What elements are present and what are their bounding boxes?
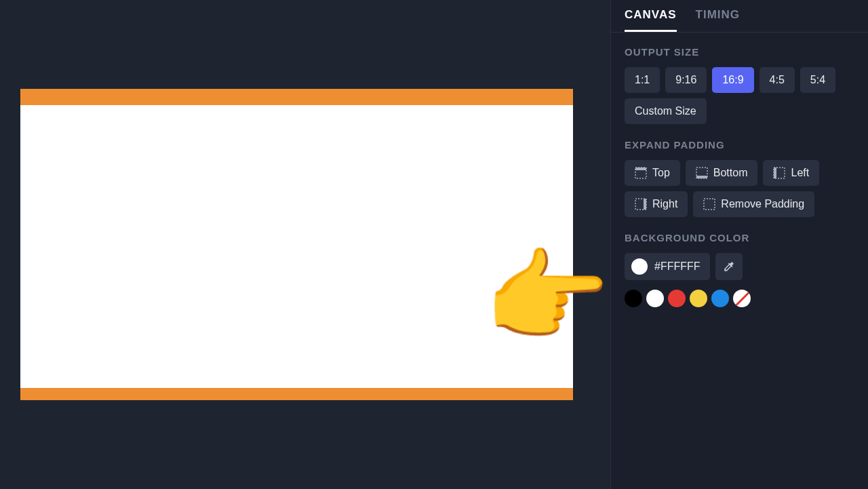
svg-rect-8 xyxy=(704,199,715,210)
swatch-blue[interactable] xyxy=(711,290,729,307)
eyedropper-icon xyxy=(723,260,735,273)
pad-right-label: Right xyxy=(652,198,677,210)
label-background-color: BACKGROUND COLOR xyxy=(625,232,854,243)
pad-bottom-label: Bottom xyxy=(713,167,748,179)
pad-left-label: Left xyxy=(791,167,809,179)
swatch-red[interactable] xyxy=(668,290,686,307)
bg-color-chip[interactable]: #FFFFFF xyxy=(625,253,710,280)
eyedropper-button[interactable] xyxy=(715,253,743,280)
svg-rect-7 xyxy=(644,199,646,210)
tab-canvas[interactable]: CANVAS xyxy=(625,8,677,32)
canvas-workspace: 👉 xyxy=(0,0,610,489)
remove-padding-button[interactable]: Remove Padding xyxy=(693,191,814,217)
ratio-16-9[interactable]: 16:9 xyxy=(712,67,753,93)
pad-right-icon xyxy=(635,198,647,210)
canvas-preview[interactable]: 👉 xyxy=(20,89,573,400)
pad-left-icon xyxy=(773,167,785,179)
custom-size-button[interactable]: Custom Size xyxy=(625,98,707,124)
pad-left-button[interactable]: Left xyxy=(763,160,819,186)
swatch-yellow[interactable] xyxy=(690,290,707,307)
bg-color-row: #FFFFFF xyxy=(625,253,854,280)
side-panel: CANVAS TIMING OUTPUT SIZE 1:1 9:16 16:9 … xyxy=(610,0,868,489)
ratio-4-5[interactable]: 4:5 xyxy=(760,67,795,93)
remove-padding-icon xyxy=(703,198,715,210)
ratio-9-16[interactable]: 9:16 xyxy=(665,67,707,93)
label-expand-padding: EXPAND PADDING xyxy=(625,139,854,151)
pointing-hand-icon: 👉 xyxy=(484,246,610,347)
panel-body: OUTPUT SIZE 1:1 9:16 16:9 4:5 5:4 Custom… xyxy=(611,33,868,321)
label-output-size: OUTPUT SIZE xyxy=(625,46,854,58)
padding-row: Top Bottom Left Right Remove Padding xyxy=(625,160,854,217)
ratio-1-1[interactable]: 1:1 xyxy=(625,67,660,93)
pad-bottom-button[interactable]: Bottom xyxy=(686,160,758,186)
panel-tabs: CANVAS TIMING xyxy=(611,0,868,33)
tab-timing[interactable]: TIMING xyxy=(696,8,741,32)
bg-color-preview xyxy=(631,258,648,275)
output-size-row: 1:1 9:16 16:9 4:5 5:4 Custom Size xyxy=(625,67,854,124)
swatch-transparent[interactable] xyxy=(733,290,751,307)
pad-top-icon xyxy=(635,167,647,179)
remove-padding-label: Remove Padding xyxy=(721,198,804,210)
bg-color-hex: #FFFFFF xyxy=(654,260,701,273)
swatch-black[interactable] xyxy=(625,290,642,307)
ratio-5-4[interactable]: 5:4 xyxy=(800,67,835,93)
pad-top-button[interactable]: Top xyxy=(625,160,680,186)
svg-rect-3 xyxy=(696,176,707,178)
svg-rect-5 xyxy=(774,168,776,178)
svg-rect-1 xyxy=(635,168,646,170)
swatch-row xyxy=(625,290,854,307)
pad-right-button[interactable]: Right xyxy=(625,191,688,217)
pad-top-label: Top xyxy=(652,167,670,179)
swatch-white[interactable] xyxy=(646,290,664,307)
pad-bottom-icon xyxy=(696,167,708,179)
